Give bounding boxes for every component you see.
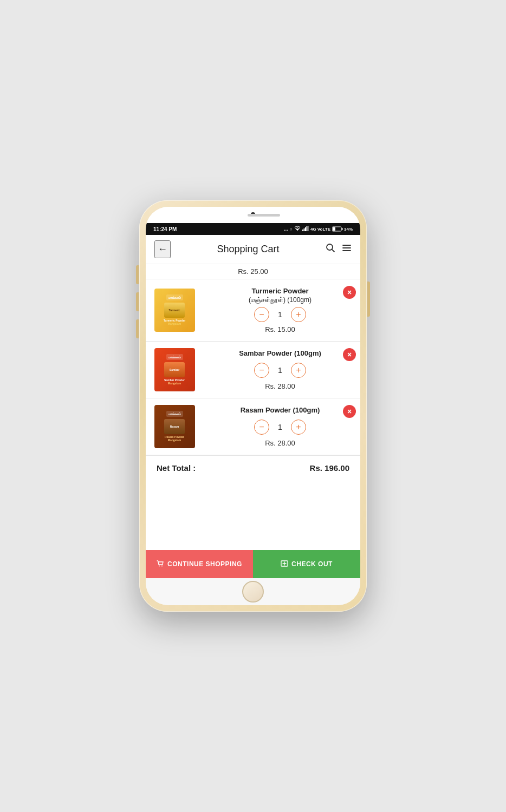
cart-icon [157,560,164,568]
qty-value-turmeric: 1 [276,310,284,319]
status-icons: ... ○ [284,226,353,232]
svg-point-13 [159,565,160,566]
item-name-rasam: Rasam Powder (100gm) [241,406,320,415]
item-name-sambar: Sambar Powder (100gm) [239,349,321,358]
net-total-label: Net Total : [157,463,196,473]
item-image-sambar: மாங்கலம் Sambar Sambar Powder Mangalam [150,348,199,391]
qty-decrease-sambar[interactable]: − [254,363,269,378]
cart-item-sambar: மாங்கலம் Sambar Sambar Powder Mangalam S… [146,342,360,398]
home-button[interactable] [242,581,264,603]
item-details-rasam: Rasam Powder (100gm) − 1 + Rs. 28.00 [204,405,356,448]
speaker-bar [248,214,280,217]
brand-name-sambar: Mangalam [168,382,181,385]
qty-controls-rasam: − 1 + [254,420,306,435]
item-details-sambar: Sambar Powder (100gm) − 1 + Rs. 28.00 [204,348,356,391]
qty-value-sambar: 1 [276,366,284,375]
search-icon[interactable] [326,243,335,256]
checkout-button[interactable]: CHECK OUT [253,550,360,578]
item-details-turmeric: Turmeric Powder (மஞ்சள்தூள்) (100gm) − 1… [204,286,356,335]
brand-name-turmeric: Mangalam [168,322,181,325]
item-image-rasam: மாங்கலம் Rasam Rasam Powder Mangalam [150,405,199,448]
page-title: Shopping Cart [171,244,326,255]
qty-increase-turmeric[interactable]: + [291,307,306,322]
partial-price: Rs. 25.00 [238,267,268,276]
status-bar: 11:24 PM ... ○ [146,223,360,235]
cart-item-turmeric: மாங்கலம் Turmeric Turmeric Powder Mangal… [146,279,360,342]
remove-button-turmeric[interactable]: × [343,286,356,299]
qty-controls-turmeric: − 1 + [254,307,306,322]
signal-icon [302,226,309,232]
item-price-rasam: Rs. 28.00 [265,439,295,447]
battery-icon: 34% [332,226,353,232]
status-time: 11:24 PM [153,226,177,232]
header-icons [326,243,352,256]
app-header: ← Shopping Cart [146,235,360,264]
back-button[interactable]: ← [154,240,171,258]
action-buttons: CONTINUE SHOPPING CHECK OUT [146,550,360,578]
continue-shopping-button[interactable]: CONTINUE SHOPPING [146,550,253,578]
cart-content: Rs. 25.00 மாங்கலம் Turmeric Turmeric Po [146,264,360,550]
svg-rect-0 [302,230,303,231]
battery-pct: 34% [344,227,353,232]
product-image-sambar: மாங்கலம் Sambar Sambar Powder Mangalam [154,348,195,391]
home-indicator-area [146,578,360,605]
item-name-turmeric: Turmeric Powder [249,287,312,296]
svg-rect-4 [308,226,309,231]
net-total-value: Rs. 196.00 [310,463,349,473]
phone-frame: 11:24 PM ... ○ [139,200,367,612]
item-image-turmeric: மாங்கலம் Turmeric Turmeric Powder Mangal… [150,286,199,335]
item-name-sub-turmeric: (மஞ்சள்தூள்) (100gm) [249,296,312,304]
item-price-sambar: Rs. 28.00 [265,382,295,390]
product-image-rasam: மாங்கலம் Rasam Rasam Powder Mangalam [154,405,195,448]
cart-item-rasam: மாங்கலம் Rasam Rasam Powder Mangalam Ras… [146,398,360,455]
qty-increase-sambar[interactable]: + [291,363,306,378]
remove-button-sambar[interactable]: × [343,348,356,361]
menu-icon[interactable] [342,243,352,256]
brand-label-rasam: மாங்கலம் [168,412,181,416]
qty-controls-sambar: − 1 + [254,363,306,378]
remove-button-rasam[interactable]: × [343,405,356,418]
svg-line-9 [332,250,334,252]
product-image-turmeric: மாங்கலம் Turmeric Turmeric Powder Mangal… [154,289,195,332]
qty-value-rasam: 1 [276,423,284,431]
qty-decrease-rasam[interactable]: − [254,420,269,435]
svg-rect-1 [303,228,304,231]
svg-rect-3 [306,226,307,231]
qty-increase-rasam[interactable]: + [291,420,306,435]
sync-icon: ○ [290,226,293,232]
svg-point-14 [161,565,163,566]
qty-decrease-turmeric[interactable]: − [254,307,269,322]
phone-screen: 11:24 PM ... ○ [146,207,360,605]
checkout-label: CHECK OUT [291,560,333,568]
svg-rect-2 [305,227,306,231]
net-total-row: Net Total : Rs. 196.00 [146,455,360,480]
partial-item: Rs. 25.00 [146,264,360,279]
phone-top-bar [146,207,360,223]
wifi-icon [294,226,301,232]
svg-rect-7 [333,227,335,231]
item-price-turmeric: Rs. 15.00 [265,325,295,333]
4g-volte-label: 4G VoLTE [310,227,330,232]
network-dots: ... [284,226,288,232]
svg-rect-6 [341,228,342,230]
brand-label-sambar: மாங்கலம் [168,356,181,359]
brand-name-rasam: Mangalam [168,438,181,442]
continue-shopping-label: CONTINUE SHOPPING [167,560,242,568]
brand-label-turmeric: மாங்கலம் [168,296,181,299]
checkout-icon [281,560,288,568]
